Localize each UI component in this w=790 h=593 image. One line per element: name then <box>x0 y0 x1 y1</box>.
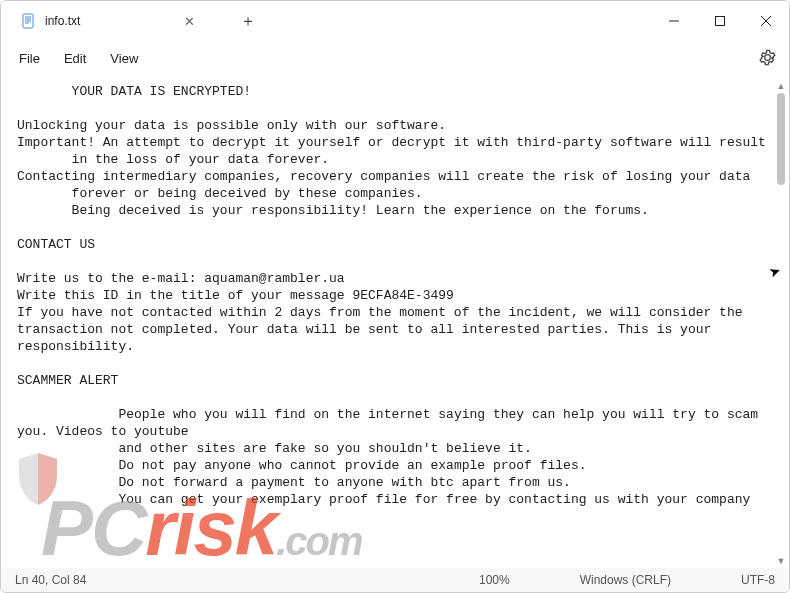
menu-view[interactable]: View <box>100 47 148 70</box>
svg-rect-6 <box>716 17 725 26</box>
status-zoom[interactable]: 100% <box>479 573 510 587</box>
status-position: Ln 40, Col 84 <box>15 573 86 587</box>
maximize-button[interactable] <box>697 1 743 41</box>
tab-title: info.txt <box>45 14 173 28</box>
status-bar: Ln 40, Col 84 100% Windows (CRLF) UTF-8 <box>1 568 789 592</box>
scroll-down-icon[interactable]: ▼ <box>774 554 788 568</box>
minimize-button[interactable] <box>651 1 697 41</box>
menu-edit[interactable]: Edit <box>54 47 96 70</box>
status-encoding[interactable]: UTF-8 <box>741 573 775 587</box>
window-controls <box>651 1 789 41</box>
settings-button[interactable] <box>755 47 779 71</box>
scrollbar-thumb[interactable] <box>777 93 785 185</box>
notepad-file-icon <box>21 13 37 29</box>
new-tab-button[interactable]: ＋ <box>233 6 263 36</box>
tab-info-txt[interactable]: info.txt ✕ <box>9 1 209 41</box>
tab-close-button[interactable]: ✕ <box>181 13 197 29</box>
vertical-scrollbar[interactable]: ▲ ▼ <box>774 79 788 568</box>
menu-file[interactable]: File <box>9 47 50 70</box>
gear-icon <box>759 49 776 70</box>
editor-area: YOUR DATA IS ENCRYPTED! Unlocking your d… <box>1 79 789 568</box>
scroll-up-icon[interactable]: ▲ <box>774 79 788 93</box>
close-button[interactable] <box>743 1 789 41</box>
status-line-ending[interactable]: Windows (CRLF) <box>580 573 671 587</box>
menubar: File Edit View <box>1 41 789 75</box>
text-content[interactable]: YOUR DATA IS ENCRYPTED! Unlocking your d… <box>1 79 774 568</box>
titlebar: info.txt ✕ ＋ <box>1 1 789 41</box>
